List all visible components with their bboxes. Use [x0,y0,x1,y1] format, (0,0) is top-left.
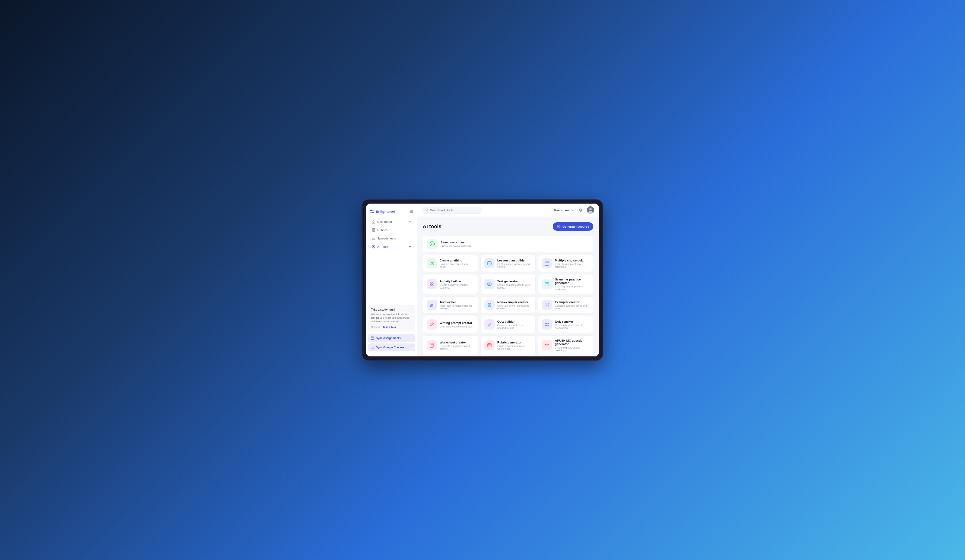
svg-rect-6 [410,212,413,213]
rubrics-icon [372,228,375,232]
page-body: AI tools Generate recourse [417,217,599,356]
main-content: Recourses [417,204,599,356]
activity-builder-name: Activity builder [440,279,474,283]
tools-row-2: Activity builder Create activity to enga… [423,274,593,294]
sidebar-item-ai-tools[interactable]: AI Tools [368,242,415,251]
close-icon[interactable]: × [409,307,413,311]
generate-recourse-label: Generate recourse [563,225,589,229]
search-icon [425,209,428,212]
avatar[interactable] [587,206,594,214]
recourses-button[interactable]: Recourses [554,209,574,212]
writing-prompt-name: Writing prompt creator [440,321,473,325]
svg-point-41 [546,264,546,264]
svg-rect-37 [489,263,491,263]
quiz-builder-name: Quiz builder [497,320,532,323]
svg-rect-58 [488,304,489,305]
tool-card-text-leveler[interactable]: Text leveler Adapt text to match student… [423,296,478,313]
svg-rect-61 [490,305,491,307]
search-bar[interactable] [422,207,482,214]
tool-card-writing-prompt[interactable]: Writing prompt creator Draft an effectiv… [423,316,478,333]
sync-google-classes-button[interactable]: Sync Google Classes [368,343,415,351]
device-frame: EnlightenAI Dashboard [362,199,603,361]
notification-icon[interactable] [577,207,584,213]
home-icon [372,220,375,224]
tour-title: Take a study tour! [371,308,412,311]
svg-point-44 [430,282,432,284]
worksheet-creator-desc: Generate a practice-based activity. [440,344,474,350]
grammar-practice-desc: Build a grammar practice worksheet. [555,285,589,291]
dismiss-button[interactable]: Dismiss [371,326,380,328]
svg-rect-18 [371,337,374,340]
tool-card-worksheet-creator[interactable]: Worksheet creator Generate a practice-ba… [423,335,478,355]
worksheet-creator-name: Worksheet creator [440,341,474,344]
tool-card-apush-mc[interactable]: APUSH MC question generator Create multi… [538,335,593,355]
text-generator-desc: Create original text to fit your needs. [497,284,532,289]
sidebar-item-rubrics[interactable]: Rubrics [368,226,415,234]
ai-tools-icon [372,245,375,248]
tool-card-quiz-remixer[interactable]: Quiz remixer Create a new version of ass… [538,316,593,333]
tool-card-multiple-choice[interactable]: Multiple choice quiz Easily turn content… [538,255,593,272]
svg-rect-3 [373,212,374,213]
svg-point-40 [546,263,546,263]
chevron-down-icon [571,209,574,212]
tool-card-text-generator[interactable]: Text generator Create original text to f… [481,274,536,294]
svg-rect-1 [373,210,374,211]
tool-card-non-exemplar[interactable]: Non-exemplar creator Generate anchor sam… [481,296,536,313]
search-input[interactable] [430,209,479,212]
take-tour-button[interactable]: Take a tour [383,326,396,328]
top-bar-right: Recourses [554,206,594,214]
quiz-remixer-desc: Create a new version of assessment. [555,324,589,329]
svg-rect-72 [487,343,491,347]
saved-resources-info: Saved resources Previously saved materia… [440,241,472,247]
logo-area: EnlightenAI [366,207,417,217]
non-exemplar-name: Non-exemplar creator [497,300,532,304]
svg-rect-55 [430,305,431,307]
svg-rect-7 [373,222,374,223]
tool-card-grammar-practice[interactable]: Grammar practice generator Build a gramm… [538,274,593,294]
svg-rect-4 [410,210,413,211]
svg-rect-59 [490,304,491,305]
svg-rect-5 [410,211,413,212]
ai-tools-label: AI Tools [377,245,388,248]
svg-point-35 [433,264,433,265]
sync-classes-icon [371,346,374,349]
rubric-generator-desc: Grade all assignments in whole class. [497,344,532,350]
svg-point-33 [433,262,433,263]
generate-icon [557,225,561,229]
tool-card-lesson-plan[interactable]: Lesson plan builder Craft a lesson tailo… [481,255,536,272]
sync-assignments-label: Sync Assignments [376,336,401,340]
svg-rect-2 [370,212,372,213]
recourses-label: Recourses [554,209,570,212]
sidebar-item-dashboard[interactable]: Dashboard [368,217,415,226]
tool-card-quiz-builder[interactable]: Quiz builder Create a quiz or test in ne… [481,316,536,333]
writing-prompt-desc: Draft an effective writing task. [440,325,473,328]
tool-card-activity-builder[interactable]: Activity builder Create activity to enga… [423,274,478,294]
toggle-sidebar-icon[interactable] [409,209,414,214]
svg-point-27 [589,208,592,210]
svg-line-63 [432,323,433,324]
sidebar-item-spreadsheets[interactable]: Spreadsheets [368,234,415,242]
app-name: EnlightenAI [376,210,395,214]
text-leveler-name: Text leveler [440,300,474,304]
svg-point-17 [373,246,374,247]
saved-resources-card[interactable]: Saved resources Previously saved materia… [423,235,593,252]
text-leveler-desc: Adapt text to match student's reading. [440,304,474,310]
non-exemplar-desc: Generate anchor samples to review. [497,304,532,310]
tool-card-rubric-generator[interactable]: Rubric generator Grade all assignments i… [481,335,536,355]
grammar-practice-name: Grammar practice generator [555,278,589,285]
sync-assignments-button[interactable]: Sync Assignments [368,334,415,342]
page-header: AI tools Generate recourse [423,222,593,231]
logo-icon [370,209,375,214]
generate-recourse-button[interactable]: Generate recourse [553,222,593,231]
tool-card-create-anything[interactable]: Create anything Produce any content you … [423,255,478,272]
svg-point-46 [430,284,432,286]
apush-mc-name: APUSH MC question generator [555,339,589,346]
quiz-remixer-name: Quiz remixer [555,320,589,323]
saved-resources-icon-wrap [427,239,437,249]
create-anything-name: Create anything [440,259,474,262]
lesson-plan-desc: Craft a lesson tailored to your context. [497,263,532,268]
svg-point-29 [558,226,559,227]
tool-card-exemplar-creator[interactable]: Exemplar creator Generate a model for st… [538,296,593,313]
svg-rect-36 [487,261,491,265]
svg-rect-60 [488,305,489,307]
